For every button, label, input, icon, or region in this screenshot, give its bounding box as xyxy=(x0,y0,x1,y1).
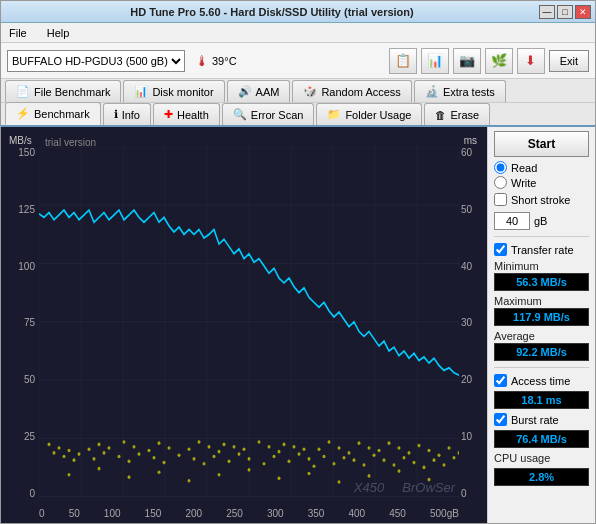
read-radio-label[interactable]: Read xyxy=(494,161,589,174)
chart-area: MB/s ms trial version 150 125 100 75 50 … xyxy=(1,127,487,523)
svg-point-50 xyxy=(233,445,236,449)
svg-point-27 xyxy=(98,443,101,447)
short-stroke-checkbox[interactable] xyxy=(494,193,507,206)
svg-point-106 xyxy=(398,469,401,473)
svg-point-83 xyxy=(403,456,406,460)
svg-point-23 xyxy=(73,458,76,462)
temperature-value: 39°C xyxy=(212,55,237,67)
svg-point-53 xyxy=(248,457,251,461)
svg-point-36 xyxy=(153,456,156,460)
svg-point-45 xyxy=(208,445,211,449)
write-radio-label[interactable]: Write xyxy=(494,176,589,189)
burst-rate-checkbox[interactable] xyxy=(494,413,507,426)
menu-help[interactable]: Help xyxy=(43,25,74,41)
svg-point-73 xyxy=(353,458,356,462)
close-button[interactable]: ✕ xyxy=(575,5,591,19)
svg-point-64 xyxy=(308,457,311,461)
svg-point-67 xyxy=(323,455,326,459)
menu-bar: File Help xyxy=(1,23,595,43)
svg-point-40 xyxy=(178,453,181,457)
transfer-rate-checkbox[interactable] xyxy=(494,243,507,256)
svg-point-107 xyxy=(428,478,431,482)
stroke-value-input[interactable] xyxy=(494,212,530,230)
access-time-checkbox[interactable] xyxy=(494,374,507,387)
tab-health[interactable]: ✚ Health xyxy=(153,103,220,125)
svg-point-100 xyxy=(218,473,221,477)
svg-point-21 xyxy=(63,455,66,459)
extra-tests-icon: 🔬 xyxy=(425,85,439,98)
tab-extra-tests[interactable]: 🔬 Extra tests xyxy=(414,80,506,102)
svg-point-33 xyxy=(133,445,136,449)
start-button[interactable]: Start xyxy=(494,131,589,157)
svg-point-47 xyxy=(218,450,221,454)
error-scan-icon: 🔍 xyxy=(233,108,247,121)
svg-point-39 xyxy=(168,446,171,450)
svg-point-105 xyxy=(368,474,371,478)
tab-info[interactable]: ℹ Info xyxy=(103,103,151,125)
tab-folder-usage[interactable]: 📁 Folder Usage xyxy=(316,103,422,125)
main-content: MB/s ms trial version 150 125 100 75 50 … xyxy=(1,127,595,523)
tabs-row2: ⚡ Benchmark ℹ Info ✚ Health 🔍 Error Scan… xyxy=(1,103,595,127)
svg-point-77 xyxy=(373,453,376,457)
average-stat: Average 92.2 MB/s xyxy=(494,330,589,361)
svg-point-22 xyxy=(68,449,71,453)
svg-point-72 xyxy=(348,451,351,455)
menu-file[interactable]: File xyxy=(5,25,31,41)
read-radio[interactable] xyxy=(494,161,507,174)
toolbar-info-btn[interactable]: 📋 xyxy=(389,48,417,74)
tab-disk-monitor[interactable]: 📊 Disk monitor xyxy=(123,80,224,102)
write-radio[interactable] xyxy=(494,176,507,189)
svg-point-80 xyxy=(388,441,391,445)
tabs-row1: 📄 File Benchmark 📊 Disk monitor 🔊 AAM 🎲 … xyxy=(1,79,595,103)
cpu-usage-label: CPU usage xyxy=(494,452,589,464)
exit-button[interactable]: Exit xyxy=(549,50,589,72)
tab-random-access[interactable]: 🎲 Random Access xyxy=(292,80,411,102)
toolbar-leaf-btn[interactable]: 🌿 xyxy=(485,48,513,74)
svg-point-66 xyxy=(318,447,321,451)
burst-rate-row[interactable]: Burst rate xyxy=(494,413,589,426)
tab-benchmark[interactable]: ⚡ Benchmark xyxy=(5,102,101,125)
maximize-button[interactable]: □ xyxy=(557,5,573,19)
thermometer-icon: 🌡 xyxy=(195,53,209,69)
svg-point-89 xyxy=(433,458,436,462)
svg-point-52 xyxy=(243,447,246,451)
svg-point-58 xyxy=(278,450,281,454)
tab-file-benchmark[interactable]: 📄 File Benchmark xyxy=(5,80,121,102)
svg-point-54 xyxy=(258,440,261,444)
svg-point-88 xyxy=(428,449,431,453)
minimize-button[interactable]: — xyxy=(539,5,555,19)
transfer-rate-row[interactable]: Transfer rate xyxy=(494,243,589,256)
svg-point-62 xyxy=(298,452,301,456)
svg-point-31 xyxy=(123,440,126,444)
disk-monitor-icon: 📊 xyxy=(134,85,148,98)
toolbar-health-btn[interactable]: 📊 xyxy=(421,48,449,74)
benchmark-icon: ⚡ xyxy=(16,107,30,120)
svg-point-41 xyxy=(188,447,191,451)
drive-select[interactable]: BUFFALO HD-PGDU3 (500 gB) xyxy=(7,50,185,72)
toolbar-camera-btn[interactable]: 📷 xyxy=(453,48,481,74)
tab-aam[interactable]: 🔊 AAM xyxy=(227,80,291,102)
svg-point-93 xyxy=(453,456,456,460)
svg-point-71 xyxy=(343,456,346,460)
access-time-row[interactable]: Access time xyxy=(494,374,589,387)
cpu-usage-value: 2.8% xyxy=(494,468,589,486)
svg-point-94 xyxy=(458,451,460,455)
read-write-group: Read Write xyxy=(494,161,589,189)
tab-error-scan[interactable]: 🔍 Error Scan xyxy=(222,103,315,125)
toolbar-download-btn[interactable]: ⬇ xyxy=(517,48,545,74)
svg-point-38 xyxy=(163,461,166,465)
short-stroke-row[interactable]: Short stroke xyxy=(494,193,589,206)
svg-point-61 xyxy=(293,445,296,449)
svg-point-42 xyxy=(193,457,196,461)
right-panel: Start Read Write Short stroke gB xyxy=(487,127,595,523)
svg-point-46 xyxy=(213,455,216,459)
svg-point-70 xyxy=(338,446,341,450)
svg-point-44 xyxy=(203,462,206,466)
y-axis-left: 150 125 100 75 50 25 0 xyxy=(1,147,39,499)
svg-point-68 xyxy=(328,440,331,444)
svg-point-90 xyxy=(438,453,441,457)
tab-erase[interactable]: 🗑 Erase xyxy=(424,103,490,125)
svg-point-79 xyxy=(383,458,386,462)
svg-point-26 xyxy=(93,457,96,461)
svg-point-59 xyxy=(283,443,286,447)
